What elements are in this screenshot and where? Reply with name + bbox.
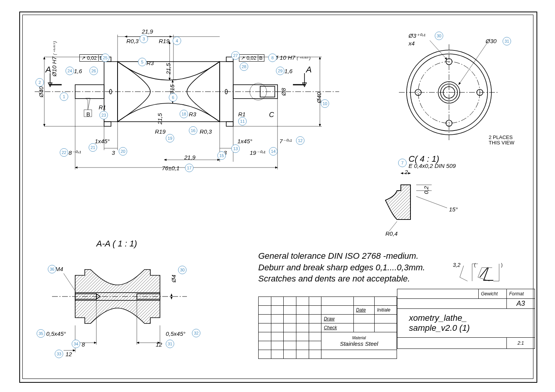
two-places: 2 PLACES THIS VIEW [489, 135, 514, 146]
balloon-34: 34 [72, 340, 80, 348]
m4: M4 [55, 266, 63, 272]
ra-left: 1,6 [74, 68, 82, 74]
phi40-left: Ø40 [38, 86, 44, 97]
dim-r0-3-top: R0,3 [126, 38, 139, 44]
d76: 76±0,1 [162, 165, 180, 171]
titleblock-left: DateInitiale Draw Check MaterialStainles… [258, 297, 397, 359]
balloon-31: 31 [503, 37, 511, 45]
balloon-22: 22 [60, 148, 68, 157]
svg-text:(: ( [474, 262, 476, 268]
d19-tol: 19⁻⁰˒¹ [250, 149, 266, 156]
r19-bot: R19 [155, 128, 166, 135]
chamfer-l-aa: 0,5x45° [46, 330, 66, 337]
balloon-29: 29 [276, 67, 284, 75]
d8-aa: 8 [82, 341, 85, 348]
balloon-7: 7 [398, 159, 407, 167]
d3-left: 3 [112, 149, 115, 156]
balloon-6: 6 [169, 93, 177, 102]
d7-tol: 7⁻⁰˒¹ [279, 138, 292, 145]
d21-9-bot: 21,9 [184, 154, 195, 161]
detail-c-2: 2 [405, 169, 408, 175]
balloon-15: 15 [217, 151, 226, 160]
balloon-4: 4 [173, 37, 181, 45]
general-note: General tolerance DIN ISO 2768 -medium. … [258, 250, 425, 285]
chamfer-left: 1x45° [95, 138, 110, 144]
svg-line-67 [64, 273, 75, 291]
balloon-35: 35 [37, 329, 45, 338]
phi3: Ø3⁺⁰˒¹ [409, 32, 426, 39]
d12-l: 12 [66, 351, 72, 357]
phi8: Ø8 [280, 88, 287, 95]
balloon-23: 23 [99, 111, 108, 119]
dim-r3-top: R3 [146, 60, 154, 66]
r3-bot: R3 [189, 111, 196, 117]
balloon-18: 18 [180, 110, 188, 118]
balloon-2: 2 [35, 78, 44, 87]
balloon-36: 36 [48, 265, 56, 273]
section-a-left: A [45, 65, 51, 75]
section-aa-title: A-A ( 1 : 1) [96, 239, 137, 249]
balloon-19: 19 [166, 134, 174, 142]
detail-c-15: 15° [449, 206, 458, 213]
dim-r19-top: R19 [159, 38, 170, 44]
detail-c-0-2: 0,2 [423, 186, 429, 194]
balloon-17: 17 [185, 164, 193, 172]
svg-line-53 [416, 196, 447, 208]
balloon-33: 33 [55, 350, 63, 358]
balloon-5: 5 [138, 58, 146, 66]
balloon-21: 21 [89, 143, 97, 152]
r1-right: R1 [238, 111, 246, 117]
balloon-27: 27 [231, 51, 240, 60]
balloon-13: 13 [231, 144, 240, 153]
chamfer-r-aa: 0,5x45° [166, 330, 185, 337]
detail-c-label: C [269, 111, 274, 119]
d12-r: 12 [156, 341, 162, 348]
dim-21-9-top: 21,9 [142, 28, 153, 35]
balloon-30: 30 [435, 32, 443, 40]
phi10-right: Ø 10 H7 ( ⁺⁰˒⁰¹⁵ ) [274, 54, 311, 61]
balloon-14: 14 [269, 147, 278, 156]
d8-tol: 8⁻⁰˒¹ [69, 149, 81, 156]
phi30: Ø30 [486, 38, 496, 44]
detail-c-spec: E 0,4x0,2 DIN 509 [409, 162, 456, 169]
fcf-right: ↗ 0,02 B [239, 54, 264, 62]
detail-c-view [374, 169, 459, 239]
balloon-25: 25 [101, 54, 109, 62]
balloon-16: 16 [189, 126, 197, 135]
section-a-right: A [306, 65, 312, 75]
phi4: Ø4 [170, 275, 177, 282]
balloon-30b: 30 [178, 266, 187, 274]
svg-line-49 [459, 42, 488, 85]
x4: x4 [409, 40, 415, 47]
balloon-26: 26 [89, 67, 98, 75]
chamfer-right: 1x45° [237, 138, 252, 144]
datum-b: B [86, 111, 90, 117]
balloon-3: 3 [140, 35, 148, 43]
detail-c-r04: R0,4 [385, 230, 398, 237]
balloon-24: 24 [66, 67, 74, 75]
balloon-28: 28 [240, 62, 248, 71]
21-5-bot: 21,5 [156, 113, 163, 124]
balloon-20: 20 [119, 147, 127, 156]
titleblock-right: GewichtFormat A3 xometry_lathe_sample_v2… [397, 289, 535, 349]
balloon-8: 8 [268, 54, 277, 62]
balloon-10: 10 [321, 99, 329, 108]
surface-symbol: ( ) [457, 262, 515, 285]
balloon-31b: 31 [166, 340, 174, 348]
balloon-1: 1 [60, 92, 68, 101]
dim-21-5-top: 21,5 [165, 63, 172, 74]
balloon-12: 12 [296, 136, 304, 145]
phi10-left: Ø10 H7 ( ⁺⁰˒⁰¹⁵ ) [51, 41, 57, 76]
ra-right: 1,6 [284, 68, 293, 74]
ra-global: 3,2 [453, 262, 460, 268]
svg-line-54 [389, 221, 397, 231]
r1-left: R1 [99, 104, 106, 111]
balloon-11: 11 [238, 117, 247, 126]
balloon-32: 32 [192, 329, 200, 337]
r0-3-bot: R0,3 [200, 128, 212, 135]
svg-text:): ) [501, 262, 503, 268]
